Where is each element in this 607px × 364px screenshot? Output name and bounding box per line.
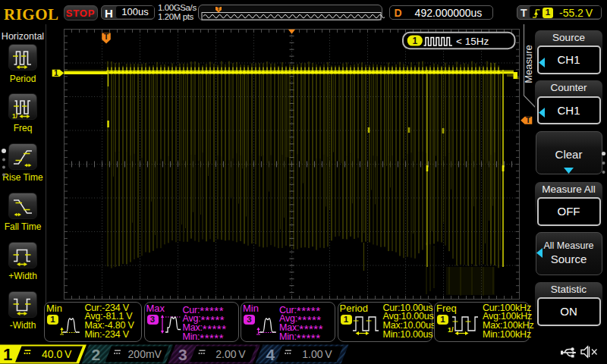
svg-text:40.0 V: 40.0 V	[42, 348, 72, 360]
svg-text:3: 3	[178, 346, 187, 363]
svg-text:1: 1	[3, 345, 12, 364]
svg-text:4: 4	[266, 346, 275, 363]
svg-text:200mV: 200mV	[128, 348, 162, 360]
svg-text:1.00 V: 1.00 V	[302, 348, 332, 360]
svg-text:2: 2	[92, 346, 101, 363]
svg-text:2.00 V: 2.00 V	[215, 348, 246, 360]
